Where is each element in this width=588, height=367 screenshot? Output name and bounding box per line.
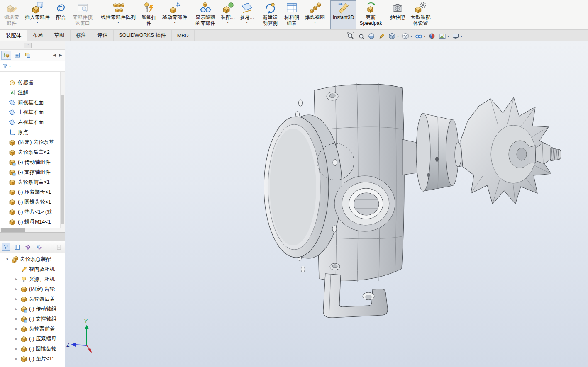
expand-caret-icon[interactable]: ▸ — [14, 307, 19, 311]
tree-filter-button[interactable] — [2, 243, 10, 251]
dropdown-caret[interactable]: ▾ — [117, 21, 119, 24]
expand-caret-icon[interactable]: ▾ — [5, 258, 10, 261]
expand-caret-icon[interactable]: ▸ — [14, 317, 19, 321]
display-style-icon[interactable] — [402, 32, 409, 40]
edit-filter-button[interactable] — [34, 243, 42, 251]
tree-item-component[interactable]: (-) 螺母M14<1 — [0, 217, 60, 227]
tree-item-front-plane[interactable]: 前视基准面 — [0, 97, 60, 107]
expand-caret-icon[interactable]: ▸ — [14, 347, 19, 351]
tree-item-origin[interactable]: 原点 — [0, 127, 60, 137]
toolbar-item-smart-fasteners[interactable]: 智能扣件 — [138, 0, 160, 29]
toolbar-item-large-assembly-settings[interactable]: 大型装配体设置 — [407, 0, 433, 29]
graphics-viewport[interactable]: Y Z — [65, 41, 588, 367]
toolbar-item-linear-pattern[interactable]: 线性零部件阵列 ▾ — [98, 0, 138, 29]
tree-horizontal-scrollbar[interactable] — [0, 228, 65, 232]
dropdown-caret[interactable]: ▾ — [424, 34, 425, 38]
toolbar-item-show-hidden[interactable]: 显示隐藏的零部件 — [193, 0, 218, 29]
nut-and-threaded-stud[interactable] — [529, 143, 561, 164]
dropdown-caret[interactable]: ▾ — [227, 21, 229, 24]
tree-item-component[interactable]: (固定) 齿轮泵基 — [0, 137, 60, 147]
tree-item-component[interactable]: ▸齿轮泵后盖 — [0, 294, 65, 304]
toolbar-item-assembly-features[interactable]: 装配... ▾ — [218, 0, 237, 29]
tree-item-annotations[interactable]: 注解 — [0, 87, 60, 97]
tab-addins[interactable]: SOLIDWORKS 插件 — [114, 30, 172, 41]
tree-item-component[interactable]: 齿轮泵前盖<1 — [0, 177, 60, 187]
toolbar-item-mate[interactable]: 配合 — [52, 0, 70, 29]
tab-scroll-left-button[interactable]: ◀ — [51, 51, 57, 59]
tree-item-history[interactable]: 视向及相机 — [0, 264, 65, 274]
expand-caret-icon[interactable]: ▸ — [14, 287, 19, 291]
tab-scroll-right-button[interactable]: ▶ — [58, 51, 63, 59]
tree-item-component[interactable]: 齿轮泵后盖<2 — [0, 147, 60, 157]
section-view-icon[interactable] — [368, 32, 375, 40]
tab-feature-tree[interactable] — [1, 51, 11, 60]
tab-layout[interactable]: 布局 — [27, 30, 49, 41]
zoom-to-fit-icon[interactable] — [347, 32, 354, 40]
tree-item-component[interactable]: ▸(-) 垫片<1: — [0, 354, 65, 364]
expand-caret-icon[interactable]: ▸ — [14, 277, 19, 281]
tree-item-subassembly[interactable]: (-) 传动轴组件 — [0, 157, 60, 167]
gear-pump-model[interactable]: Y Z — [65, 41, 588, 367]
tab-evaluate[interactable]: 评估 — [92, 30, 114, 41]
tree-item-component[interactable]: (-) 压紧螺母<1 — [0, 187, 60, 197]
dropdown-caret[interactable]: ▾ — [410, 34, 412, 38]
panel-divider[interactable] — [0, 232, 65, 241]
tree-item-component[interactable]: ▸齿轮泵前盖 — [0, 324, 65, 334]
tab-mbd[interactable]: MBD — [172, 30, 195, 41]
flyout-tree-button[interactable] — [55, 243, 63, 251]
tree-item-right-plane[interactable]: 右视基准面 — [0, 117, 60, 127]
toolbar-item-bom[interactable]: 材料明细表 — [281, 0, 303, 29]
toolbar-item-reference-geometry[interactable]: 参考... ▾ — [237, 0, 256, 29]
scrollbar-thumb[interactable] — [1, 228, 25, 232]
view-orientation-icon[interactable] — [388, 32, 396, 40]
view-settings-icon[interactable] — [452, 32, 459, 40]
dropdown-caret[interactable]: ▾ — [37, 21, 38, 24]
tree-item-lights-cameras[interactable]: ▸光源、相机 — [0, 274, 65, 284]
panel-splitter[interactable]: ⌃ — [0, 41, 65, 50]
toolbar-item-motion-study[interactable]: 新建运动算例 — [259, 0, 281, 29]
tree-item-component[interactable]: (-) 圆锥齿轮<1 — [0, 197, 60, 207]
tree-item-subassembly[interactable]: (-) 支撑轴组件 — [0, 167, 60, 177]
expand-caret-icon[interactable]: ▸ — [14, 297, 19, 301]
tab-markup[interactable]: 标注 — [71, 30, 92, 41]
toolbar-item-move-component[interactable]: 移动零部件 ▾ — [160, 0, 190, 29]
scrollbar-thumb[interactable] — [61, 95, 64, 224]
toolbar-item-edit-component[interactable]: 编辑零部件 — [1, 0, 22, 29]
toolbar-item-insert-component[interactable]: 插入零部件 ▾ — [22, 0, 52, 29]
annotation-view-icon[interactable] — [378, 32, 385, 40]
tree-filter-bar[interactable]: ▾ — [0, 61, 65, 72]
tree-item-component[interactable]: ▸(-) 圆锥齿轮 — [0, 344, 65, 354]
tree-item-subassembly[interactable]: ▸(-) 传动轴组 — [0, 304, 65, 314]
tree-root-assembly[interactable]: ▾ 齿轮泵总装配 — [0, 254, 65, 264]
tree-item-component[interactable]: ▸(固定) 齿轮 — [0, 284, 65, 294]
tree-item-sensors[interactable]: 传感器 — [0, 78, 60, 87]
dropdown-caret[interactable]: ▾ — [461, 34, 462, 38]
toolbar-item-snapshot[interactable]: 拍快照 — [388, 0, 407, 29]
dropdown-caret[interactable]: ▾ — [397, 34, 399, 38]
show-display-pane-button[interactable] — [13, 243, 21, 251]
toolbar-item-component-preview[interactable]: 零部件预览窗口 — [70, 0, 95, 29]
tree-item-component[interactable]: (-) 垫片<1> (默 — [0, 207, 60, 217]
dropdown-caret[interactable]: ▾ — [314, 21, 316, 24]
tree-options-button[interactable] — [24, 243, 32, 251]
front-flange[interactable] — [264, 115, 342, 258]
expand-caret-icon[interactable]: ▸ — [14, 327, 19, 331]
expand-caret-icon[interactable]: ▸ — [14, 357, 19, 361]
tab-sketch[interactable]: 草图 — [49, 30, 71, 41]
toolbar-item-update-speedpak[interactable]: 更新Speedpak — [356, 0, 385, 29]
tab-property-manager[interactable] — [12, 51, 22, 60]
toolbar-item-instant3d[interactable]: Instant3D — [330, 0, 356, 29]
zoom-to-area-icon[interactable] — [357, 32, 365, 40]
toolbar-item-exploded-view[interactable]: 爆炸视图 ▾ — [303, 0, 327, 29]
filter-caret-icon[interactable]: ▾ — [9, 64, 11, 68]
tab-assembly[interactable]: 装配体 — [0, 30, 27, 41]
dropdown-caret[interactable]: ▾ — [246, 21, 248, 24]
expand-caret-icon[interactable]: ▸ — [14, 337, 19, 341]
tree-item-subassembly[interactable]: ▸(-) 支撑轴组 — [0, 314, 65, 324]
dropdown-caret[interactable]: ▾ — [174, 21, 176, 24]
tree-item-top-plane[interactable]: 上视基准面 — [0, 107, 60, 117]
tree-item-component[interactable]: ▸(-) 压紧螺母 — [0, 334, 65, 344]
dropdown-caret[interactable]: ▾ — [447, 34, 449, 38]
apply-scene-icon[interactable] — [439, 32, 446, 40]
tree-vertical-scrollbar[interactable] — [60, 72, 65, 228]
